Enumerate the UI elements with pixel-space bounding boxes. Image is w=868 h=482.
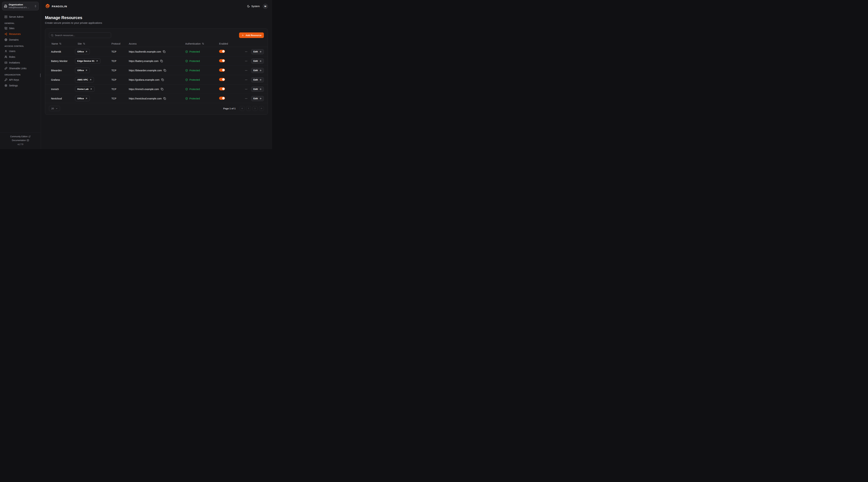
copy-button[interactable] [161,78,164,81]
site-name: Office [77,50,84,53]
copy-button[interactable] [163,97,166,100]
copy-button[interactable] [163,69,166,72]
avatar[interactable]: M [263,4,268,9]
first-page-button[interactable] [240,106,245,111]
site-name: Office [77,97,84,100]
enabled-toggle[interactable] [219,50,225,53]
resources-card: Add Resource Name Site Protocol Access [45,28,268,115]
site-link-button[interactable]: Edge Device 01 [75,58,100,64]
sidebar-scrollbar-thumb[interactable] [40,73,41,77]
pagination-bar: 20 Page 1 of 1 [45,103,268,115]
enabled-toggle[interactable] [219,97,225,100]
resource-name: Grafana [49,78,75,81]
ellipsis-icon [245,97,248,100]
sidebar-item-label: Shareable Links [9,67,26,70]
section-label-access-control: ACCESS CONTROL [2,45,39,47]
column-header-site[interactable]: Site [75,42,112,45]
building-icon [4,4,7,8]
edit-button[interactable]: Edit [251,49,264,54]
link-icon [4,67,7,70]
enabled-toggle[interactable] [219,68,225,72]
sidebar-item-roles[interactable]: Roles [2,54,39,60]
search-input[interactable] [55,34,109,37]
edit-button[interactable]: Edit [251,68,264,73]
site-link-button[interactable]: Office [75,68,90,73]
enabled-toggle[interactable] [219,59,225,62]
last-page-button[interactable] [259,106,264,111]
site-link-button[interactable]: Office [75,49,90,54]
site-name: Office [77,69,84,72]
documentation-link[interactable]: Documentation [0,138,41,142]
theme-toggle[interactable]: System [247,5,260,8]
chevron-right-icon [254,107,256,110]
access-url: https://authentik.example.com [129,50,161,53]
row-menu-button[interactable] [245,97,248,100]
add-resource-button[interactable]: Add Resource [239,32,264,38]
book-open-icon [27,139,29,141]
copy-button[interactable] [160,60,163,62]
auth-status: Protected [189,88,200,91]
edit-button[interactable]: Edit [251,77,264,83]
table-row: Grafana AWS VPC TCP https://grafana.exam… [45,75,268,85]
column-header-access: Access [129,42,185,45]
row-menu-button[interactable] [245,78,248,81]
enabled-toggle[interactable] [219,78,225,81]
copy-button[interactable] [163,50,165,53]
sidebar-item-users[interactable]: Users [2,48,39,54]
sidebar-item-shareable-links[interactable]: Shareable Links [2,65,39,71]
page-info: Page 1 of 1 [223,107,236,110]
resource-name: Bitwarden [49,69,75,72]
sidebar-item-settings[interactable]: Settings [2,83,39,88]
site-link-button[interactable]: Office [75,96,90,101]
page-size-select[interactable]: 20 [49,106,60,111]
resource-name: Immich [49,88,75,91]
table-row: Nextcloud Office TCP https://nextcloud.e… [45,94,268,103]
column-header-name[interactable]: Name [49,42,75,45]
sort-icon [59,42,61,45]
arrow-right-icon [259,78,261,81]
site-link-button[interactable]: Home Lab [75,87,94,92]
combine-icon [4,27,7,30]
column-header-protocol: Protocol [112,42,129,45]
sidebar-item-label: Domains [9,38,19,41]
site-link-button[interactable]: AWS VPC [75,77,94,83]
row-menu-button[interactable] [245,60,248,62]
sidebar-item-label: Users [9,50,16,53]
protocol-value: TCP [112,97,129,100]
access-url: https://bitwarden.example.com [129,69,162,72]
table-row: Battery Monitor Edge Device 01 TCP https… [45,56,268,66]
edit-button[interactable]: Edit [251,59,264,64]
edit-button[interactable]: Edit [251,87,264,92]
copy-icon [160,60,163,62]
copy-button[interactable] [161,88,163,90]
sidebar-item-resources[interactable]: Resources [2,31,39,37]
sidebar-item-label: Roles [9,56,15,58]
arrow-up-right-icon [85,51,88,53]
shield-check-icon [185,78,188,81]
section-label-general: GENERAL [2,22,39,24]
table-row: Authentik Office TCP https://authentik.e… [45,47,268,56]
enabled-toggle[interactable] [219,87,225,90]
prev-page-button[interactable] [246,106,251,111]
sidebar-item-sites[interactable]: Sites [2,25,39,31]
brand-name: PANGOLIN [52,5,67,8]
org-selector[interactable]: Organization milo@fossorial.io's ... [2,2,39,10]
globe-icon [4,38,7,41]
arrow-right-icon [259,97,261,100]
sidebar-item-server-admin[interactable]: Server Admin [2,14,39,20]
resource-name: Nextcloud [49,97,75,100]
sidebar-item-invitations[interactable]: Invitations [2,60,39,65]
column-header-authentication[interactable]: Authentication [185,42,219,45]
next-page-button[interactable] [253,106,257,111]
sidebar-item-domains[interactable]: Domains [2,37,39,42]
protocol-value: TCP [112,88,129,91]
row-menu-button[interactable] [245,88,248,91]
row-menu-button[interactable] [245,69,248,72]
community-edition-link[interactable]: Community Edition [0,135,41,139]
sidebar-item-api-keys[interactable]: API Keys [2,77,39,83]
arrow-right-icon [259,69,261,72]
edit-button[interactable]: Edit [251,96,264,101]
server-icon [4,15,7,18]
auth-status: Protected [189,69,200,72]
row-menu-button[interactable] [245,50,248,53]
